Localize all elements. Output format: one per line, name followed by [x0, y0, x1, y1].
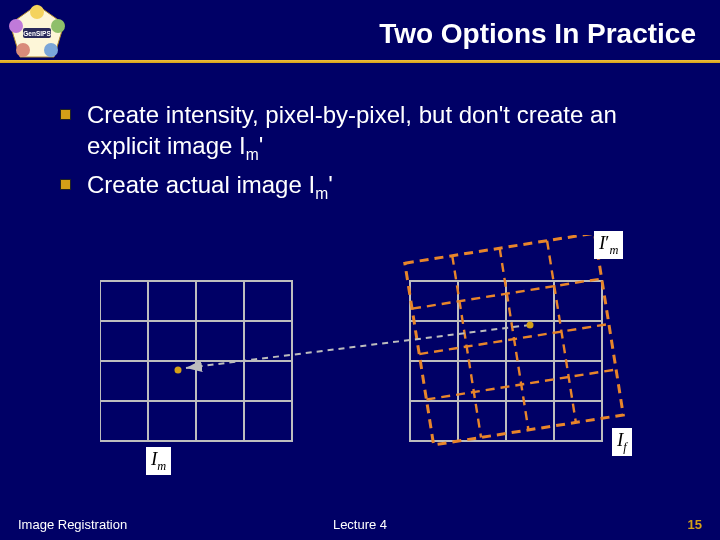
slide-header: GenSIPS Two Options In Practice	[0, 0, 720, 72]
svg-point-4	[16, 43, 30, 57]
text-run: Create intensity, pixel-by-pixel, but do…	[87, 101, 617, 159]
text-run: '	[259, 132, 264, 159]
diagram-figure: Im I′m If	[100, 235, 660, 475]
bullet-icon	[60, 179, 71, 190]
subscript: m	[246, 146, 259, 163]
bullet-text: Create actual image Im'	[87, 170, 680, 204]
footer-center: Lecture 4	[333, 517, 387, 532]
grid-left	[100, 281, 292, 441]
footer-page-number: 15	[688, 517, 702, 532]
title-underline	[0, 60, 720, 63]
bullet-text: Create intensity, pixel-by-pixel, but do…	[87, 100, 680, 164]
footer-left: Image Registration	[18, 517, 127, 532]
svg-text:GenSIPS: GenSIPS	[23, 30, 51, 37]
bullet-item: Create actual image Im'	[60, 170, 680, 204]
svg-point-3	[44, 43, 58, 57]
svg-point-1	[30, 5, 44, 19]
subscript: m	[157, 459, 166, 473]
subscript: m	[609, 243, 618, 257]
grid-right	[410, 281, 602, 441]
subscript: m	[315, 185, 328, 202]
slide-body: Create intensity, pixel-by-pixel, but do…	[60, 100, 680, 210]
label-If: If	[612, 428, 632, 456]
bullet-icon	[60, 109, 71, 120]
text-run: Create actual image I	[87, 171, 315, 198]
svg-point-2	[51, 19, 65, 33]
subscript: f	[623, 440, 626, 454]
label-Im: Im	[146, 447, 171, 475]
label-Im-prime: I′m	[594, 231, 623, 259]
svg-point-5	[9, 19, 23, 33]
logo-badge: GenSIPS	[6, 2, 68, 64]
svg-point-31	[527, 322, 534, 329]
svg-line-28	[419, 324, 609, 354]
grid-rotated	[405, 235, 623, 445]
svg-line-29	[426, 369, 616, 399]
svg-point-15	[175, 367, 182, 374]
bullet-item: Create intensity, pixel-by-pixel, but do…	[60, 100, 680, 164]
svg-line-26	[547, 241, 576, 423]
text-run: '	[328, 171, 333, 198]
slide-title: Two Options In Practice	[379, 18, 696, 50]
